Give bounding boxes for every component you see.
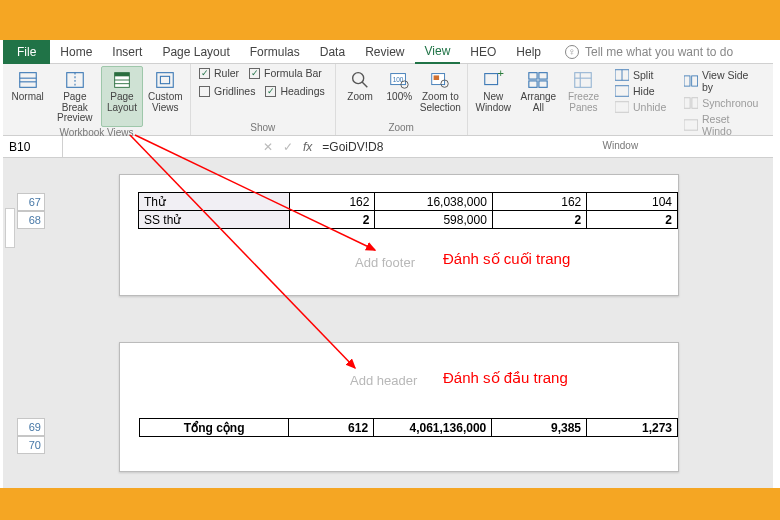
- formula-value[interactable]: =GoiDV!D8: [312, 140, 383, 154]
- data-table-1[interactable]: Thử 162 16,038,000 162 104 SS thử 2 598,…: [138, 192, 678, 229]
- svg-rect-19: [485, 74, 498, 85]
- cell[interactable]: 162: [290, 193, 375, 211]
- add-footer-hint[interactable]: Add footer: [355, 255, 415, 270]
- new-window-label: New Window: [475, 92, 511, 113]
- svg-rect-32: [684, 76, 690, 86]
- svg-rect-30: [615, 86, 629, 97]
- page-break-preview-button[interactable]: Page Break Preview: [50, 66, 99, 127]
- page-layout-label: Page Layout: [107, 92, 137, 113]
- freeze-panes-label: Freeze Panes: [568, 92, 599, 113]
- svg-text:+: +: [498, 69, 504, 79]
- ribbon: Normal Page Break Preview Page Layout Cu…: [3, 64, 773, 136]
- cell-label[interactable]: SS thử: [139, 211, 290, 229]
- svg-rect-36: [684, 120, 698, 130]
- group-label-window: Window: [472, 140, 769, 153]
- tab-heo[interactable]: HEO: [460, 41, 506, 63]
- zoom-to-selection-button[interactable]: Zoom to Selection: [418, 66, 463, 116]
- lightbulb-icon: ♀: [565, 45, 579, 59]
- custom-views-label: Custom Views: [148, 92, 182, 113]
- cell[interactable]: 4,061,136,000: [374, 419, 492, 437]
- hide-button[interactable]: Hide: [611, 84, 670, 98]
- svg-rect-33: [692, 76, 698, 86]
- page-break-label: Page Break Preview: [51, 92, 98, 124]
- tab-view[interactable]: View: [415, 40, 461, 64]
- table-row[interactable]: Thử 162 16,038,000 162 104: [139, 193, 678, 211]
- cell[interactable]: 16,038,000: [375, 193, 492, 211]
- file-tab[interactable]: File: [3, 40, 50, 64]
- normal-view-button[interactable]: Normal: [7, 66, 48, 127]
- page-layout-button[interactable]: Page Layout: [101, 66, 142, 127]
- cell[interactable]: 1,273: [586, 419, 677, 437]
- group-window: + New Window Arrange All Freeze Panes Sp…: [468, 64, 773, 135]
- tab-data[interactable]: Data: [310, 41, 355, 63]
- cell[interactable]: 104: [587, 193, 678, 211]
- svg-rect-23: [529, 81, 537, 87]
- svg-rect-35: [692, 98, 698, 109]
- zoom-selection-label: Zoom to Selection: [420, 92, 461, 113]
- cell-label[interactable]: Thử: [139, 193, 290, 211]
- annotation-header: Đánh số đầu trang: [443, 369, 568, 387]
- cell[interactable]: 162: [492, 193, 586, 211]
- synchronous-scrolling-button[interactable]: Synchronou: [680, 96, 765, 110]
- row-69[interactable]: 69: [17, 418, 45, 436]
- table-row[interactable]: Tổng cộng 612 4,061,136,000 9,385 1,273: [140, 419, 678, 437]
- freeze-panes-button[interactable]: Freeze Panes: [562, 66, 605, 140]
- tab-insert[interactable]: Insert: [102, 41, 152, 63]
- svg-rect-24: [539, 81, 547, 87]
- ruler-checkbox[interactable]: ✓Ruler: [195, 66, 243, 80]
- view-sbs-label: View Side by: [702, 69, 761, 93]
- svg-rect-21: [529, 73, 537, 79]
- view-side-by-side-button[interactable]: View Side by: [680, 68, 765, 94]
- cell[interactable]: 598,000: [375, 211, 492, 229]
- row-67[interactable]: 67: [17, 193, 45, 211]
- vertical-ruler: [5, 208, 15, 248]
- svg-rect-17: [434, 75, 440, 80]
- zoom-100-button[interactable]: 100 100%: [383, 66, 416, 116]
- tab-formulas[interactable]: Formulas: [240, 41, 310, 63]
- split-button[interactable]: Split: [611, 68, 670, 82]
- tab-page-layout[interactable]: Page Layout: [152, 41, 239, 63]
- cell[interactable]: 2: [587, 211, 678, 229]
- svg-line-12: [362, 82, 368, 88]
- svg-rect-9: [157, 73, 174, 88]
- svg-rect-22: [539, 73, 547, 79]
- group-label-show: Show: [195, 122, 331, 135]
- hide-label: Hide: [633, 85, 655, 97]
- tab-home[interactable]: Home: [50, 41, 102, 63]
- table-row[interactable]: SS thử 2 598,000 2 2: [139, 211, 678, 229]
- fx-icon[interactable]: fx: [303, 140, 312, 154]
- arrange-all-label: Arrange All: [521, 92, 557, 113]
- enter-icon[interactable]: ✓: [283, 140, 293, 154]
- ruler-label: Ruler: [214, 67, 239, 79]
- row-68[interactable]: 68: [17, 211, 45, 229]
- cell[interactable]: 9,385: [492, 419, 587, 437]
- tab-help[interactable]: Help: [506, 41, 551, 63]
- arrange-all-button[interactable]: Arrange All: [517, 66, 560, 140]
- page-1: Thử 162 16,038,000 162 104 SS thử 2 598,…: [119, 174, 679, 296]
- unhide-button[interactable]: Unhide: [611, 100, 670, 114]
- new-window-button[interactable]: + New Window: [472, 66, 515, 140]
- name-box[interactable]: B10: [3, 136, 63, 157]
- zoom-100-label: 100%: [387, 92, 413, 103]
- decor-bottom-bar: [0, 488, 780, 520]
- formula-bar-checkbox[interactable]: ✓Formula Bar: [245, 66, 326, 80]
- gridlines-checkbox[interactable]: Gridlines: [195, 84, 259, 98]
- row-70[interactable]: 70: [17, 436, 45, 454]
- cell[interactable]: 2: [492, 211, 586, 229]
- data-table-2[interactable]: Tổng cộng 612 4,061,136,000 9,385 1,273: [139, 418, 678, 437]
- tab-review[interactable]: Review: [355, 41, 414, 63]
- headings-checkbox[interactable]: ✓Headings: [261, 84, 328, 98]
- tell-me-input[interactable]: Tell me what you want to do: [585, 45, 733, 59]
- add-header-hint[interactable]: Add header: [350, 373, 417, 388]
- reset-window-button[interactable]: Reset Windo: [680, 112, 765, 138]
- zoom-button[interactable]: Zoom: [340, 66, 381, 116]
- svg-rect-31: [615, 102, 629, 113]
- svg-rect-6: [115, 73, 130, 77]
- cell[interactable]: 612: [289, 419, 374, 437]
- cell[interactable]: 2: [290, 211, 375, 229]
- custom-views-button[interactable]: Custom Views: [145, 66, 186, 127]
- formula-controls: ✕ ✓ fx: [263, 140, 312, 154]
- cancel-icon[interactable]: ✕: [263, 140, 273, 154]
- cell-total-label[interactable]: Tổng cộng: [140, 419, 289, 437]
- page-2: Add header Tổng cộng 612 4,061,136,000 9…: [119, 342, 679, 472]
